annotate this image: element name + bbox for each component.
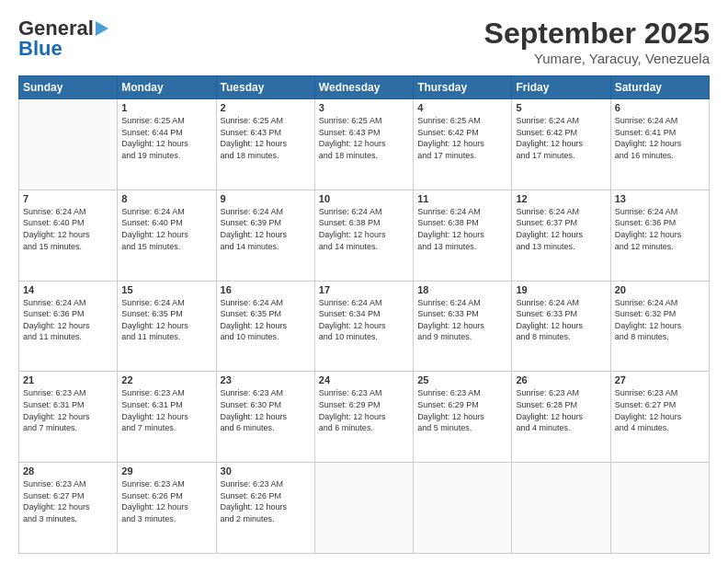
day-info: Sunrise: 6:24 AM Sunset: 6:37 PM Dayligh… [516, 206, 606, 252]
day-cell: 26Sunrise: 6:23 AM Sunset: 6:28 PM Dayli… [512, 372, 610, 463]
day-info: Sunrise: 6:24 AM Sunset: 6:40 PM Dayligh… [121, 206, 211, 252]
day-cell: 30Sunrise: 6:23 AM Sunset: 6:26 PM Dayli… [216, 463, 314, 554]
day-cell: 20Sunrise: 6:24 AM Sunset: 6:32 PM Dayli… [610, 281, 709, 372]
day-info: Sunrise: 6:25 AM Sunset: 6:43 PM Dayligh… [319, 115, 409, 161]
day-cell: 9Sunrise: 6:24 AM Sunset: 6:39 PM Daylig… [216, 190, 314, 281]
day-info: Sunrise: 6:25 AM Sunset: 6:44 PM Dayligh… [121, 115, 211, 161]
day-info: Sunrise: 6:24 AM Sunset: 6:35 PM Dayligh… [221, 297, 311, 343]
day-number: 2 [221, 102, 311, 113]
day-number: 12 [516, 193, 606, 204]
day-info: Sunrise: 6:24 AM Sunset: 6:36 PM Dayligh… [615, 206, 705, 252]
day-cell [512, 463, 610, 554]
day-number: 3 [319, 102, 409, 113]
day-info: Sunrise: 6:24 AM Sunset: 6:41 PM Dayligh… [615, 115, 705, 161]
day-number: 18 [417, 284, 507, 295]
header: General Blue September 2025 Yumare, Yara… [18, 17, 710, 66]
day-number: 29 [121, 465, 211, 477]
day-number: 25 [417, 374, 507, 385]
day-cell: 27Sunrise: 6:23 AM Sunset: 6:27 PM Dayli… [610, 372, 709, 463]
day-number: 22 [121, 374, 211, 385]
calendar-title: September 2025 [484, 17, 710, 51]
col-monday: Monday [118, 76, 216, 99]
day-info: Sunrise: 6:23 AM Sunset: 6:27 PM Dayligh… [23, 478, 113, 524]
calendar-table: Sunday Monday Tuesday Wednesday Thursday… [18, 75, 710, 554]
col-sunday: Sunday [19, 76, 118, 99]
logo-text-blue: Blue [18, 37, 63, 61]
day-info: Sunrise: 6:24 AM Sunset: 6:38 PM Dayligh… [417, 206, 507, 252]
day-number: 23 [221, 374, 311, 385]
day-info: Sunrise: 6:24 AM Sunset: 6:33 PM Dayligh… [516, 297, 606, 343]
day-number: 13 [615, 193, 705, 204]
day-number: 19 [516, 284, 606, 295]
day-cell: 24Sunrise: 6:23 AM Sunset: 6:29 PM Dayli… [314, 372, 413, 463]
day-cell: 8Sunrise: 6:24 AM Sunset: 6:40 PM Daylig… [118, 190, 216, 281]
col-thursday: Thursday [414, 76, 512, 99]
day-number: 26 [516, 374, 606, 385]
col-wednesday: Wednesday [314, 76, 413, 99]
day-cell: 7Sunrise: 6:24 AM Sunset: 6:40 PM Daylig… [19, 190, 118, 281]
day-info: Sunrise: 6:23 AM Sunset: 6:26 PM Dayligh… [221, 478, 311, 524]
day-number: 11 [417, 193, 507, 204]
day-cell: 13Sunrise: 6:24 AM Sunset: 6:36 PM Dayli… [610, 190, 709, 281]
day-info: Sunrise: 6:24 AM Sunset: 6:32 PM Dayligh… [615, 297, 705, 343]
day-cell: 29Sunrise: 6:23 AM Sunset: 6:26 PM Dayli… [118, 463, 216, 554]
logo: General Blue [18, 17, 108, 61]
day-cell: 10Sunrise: 6:24 AM Sunset: 6:38 PM Dayli… [314, 190, 413, 281]
day-cell: 11Sunrise: 6:24 AM Sunset: 6:38 PM Dayli… [414, 190, 512, 281]
day-info: Sunrise: 6:24 AM Sunset: 6:36 PM Dayligh… [23, 297, 113, 343]
day-cell: 19Sunrise: 6:24 AM Sunset: 6:33 PM Dayli… [512, 281, 610, 372]
day-cell: 14Sunrise: 6:24 AM Sunset: 6:36 PM Dayli… [19, 281, 118, 372]
day-number: 6 [615, 102, 705, 113]
day-number: 15 [121, 284, 211, 295]
day-number: 27 [615, 374, 705, 385]
day-number: 8 [121, 193, 211, 204]
day-cell [314, 463, 413, 554]
day-cell: 12Sunrise: 6:24 AM Sunset: 6:37 PM Dayli… [512, 190, 610, 281]
day-number: 4 [417, 102, 507, 113]
day-info: Sunrise: 6:24 AM Sunset: 6:35 PM Dayligh… [121, 297, 211, 343]
day-number: 20 [615, 284, 705, 295]
col-saturday: Saturday [610, 76, 709, 99]
day-cell: 3Sunrise: 6:25 AM Sunset: 6:43 PM Daylig… [314, 99, 413, 190]
day-info: Sunrise: 6:24 AM Sunset: 6:40 PM Dayligh… [23, 206, 113, 252]
day-info: Sunrise: 6:23 AM Sunset: 6:28 PM Dayligh… [516, 387, 606, 433]
day-number: 30 [221, 465, 311, 477]
day-cell: 16Sunrise: 6:24 AM Sunset: 6:35 PM Dayli… [216, 281, 314, 372]
day-cell: 25Sunrise: 6:23 AM Sunset: 6:29 PM Dayli… [414, 372, 512, 463]
day-number: 21 [23, 374, 113, 385]
day-number: 1 [121, 102, 211, 113]
day-info: Sunrise: 6:24 AM Sunset: 6:33 PM Dayligh… [417, 297, 507, 343]
col-tuesday: Tuesday [216, 76, 314, 99]
week-row-2: 7Sunrise: 6:24 AM Sunset: 6:40 PM Daylig… [19, 190, 710, 281]
day-info: Sunrise: 6:23 AM Sunset: 6:29 PM Dayligh… [319, 387, 409, 433]
week-row-1: 1Sunrise: 6:25 AM Sunset: 6:44 PM Daylig… [19, 99, 710, 190]
week-row-5: 28Sunrise: 6:23 AM Sunset: 6:27 PM Dayli… [19, 463, 710, 554]
day-cell: 18Sunrise: 6:24 AM Sunset: 6:33 PM Dayli… [414, 281, 512, 372]
day-cell [610, 463, 709, 554]
day-cell [19, 99, 118, 190]
day-info: Sunrise: 6:25 AM Sunset: 6:42 PM Dayligh… [417, 115, 507, 161]
day-number: 16 [221, 284, 311, 295]
day-number: 10 [319, 193, 409, 204]
day-info: Sunrise: 6:24 AM Sunset: 6:39 PM Dayligh… [221, 206, 311, 252]
day-info: Sunrise: 6:23 AM Sunset: 6:31 PM Dayligh… [23, 387, 113, 433]
logo-arrow-icon [96, 21, 108, 36]
day-number: 5 [516, 102, 606, 113]
col-friday: Friday [512, 76, 610, 99]
page: General Blue September 2025 Yumare, Yara… [0, 0, 728, 563]
day-cell: 23Sunrise: 6:23 AM Sunset: 6:30 PM Dayli… [216, 372, 314, 463]
day-number: 28 [23, 465, 113, 477]
day-cell [414, 463, 512, 554]
day-info: Sunrise: 6:23 AM Sunset: 6:30 PM Dayligh… [221, 387, 311, 433]
day-info: Sunrise: 6:24 AM Sunset: 6:38 PM Dayligh… [319, 206, 409, 252]
day-info: Sunrise: 6:23 AM Sunset: 6:26 PM Dayligh… [121, 478, 211, 524]
calendar-subtitle: Yumare, Yaracuy, Venezuela [484, 51, 710, 66]
day-cell: 1Sunrise: 6:25 AM Sunset: 6:44 PM Daylig… [118, 99, 216, 190]
week-row-3: 14Sunrise: 6:24 AM Sunset: 6:36 PM Dayli… [19, 281, 710, 372]
day-cell: 4Sunrise: 6:25 AM Sunset: 6:42 PM Daylig… [414, 99, 512, 190]
day-info: Sunrise: 6:23 AM Sunset: 6:27 PM Dayligh… [615, 387, 705, 433]
day-number: 24 [319, 374, 409, 385]
day-info: Sunrise: 6:23 AM Sunset: 6:29 PM Dayligh… [417, 387, 507, 433]
day-number: 17 [319, 284, 409, 295]
day-cell: 21Sunrise: 6:23 AM Sunset: 6:31 PM Dayli… [19, 372, 118, 463]
